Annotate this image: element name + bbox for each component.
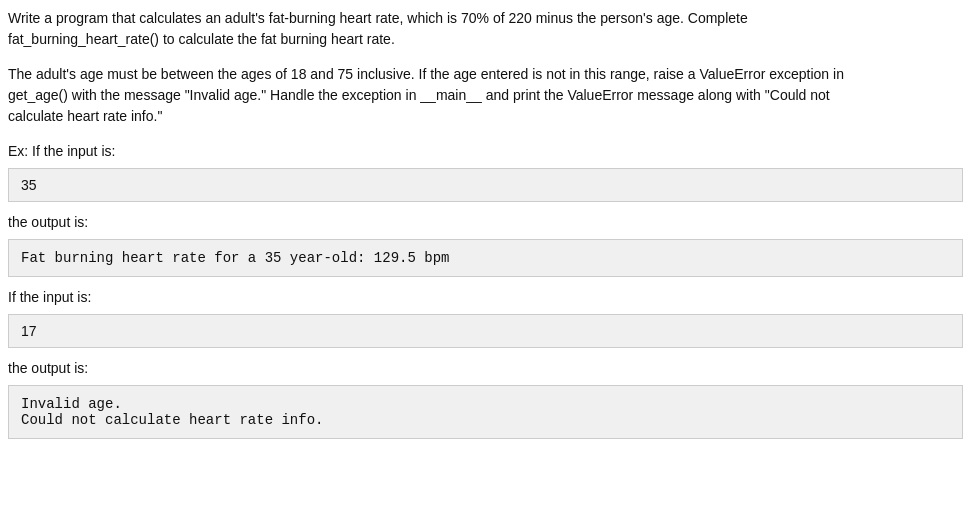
example2-section: If the input is: 17 the output is: Inval… xyxy=(8,287,963,439)
example1-section: Ex: If the input is: 35 the output is: F… xyxy=(8,141,963,277)
desc-line2: fat_burning_heart_rate() to calculate th… xyxy=(8,31,395,47)
example2-output-label: the output is: xyxy=(8,358,963,379)
desc-line5: calculate heart rate info." xyxy=(8,108,162,124)
desc-line3: The adult's age must be between the ages… xyxy=(8,66,844,82)
example2-output: Invalid age. Could not calculate heart r… xyxy=(8,385,963,439)
example2-intro-label: If the input is: xyxy=(8,287,963,308)
description-text2: The adult's age must be between the ages… xyxy=(8,64,963,127)
description-block: Write a program that calculates an adult… xyxy=(8,8,963,127)
desc-line1: Write a program that calculates an adult… xyxy=(8,10,748,26)
example2-input: 17 xyxy=(8,314,963,348)
example1-input: 35 xyxy=(8,168,963,202)
example1-output: Fat burning heart rate for a 35 year-old… xyxy=(8,239,963,277)
desc-line4: get_age() with the message "Invalid age.… xyxy=(8,87,830,103)
example1-output-label: the output is: xyxy=(8,212,963,233)
example1-intro-label: Ex: If the input is: xyxy=(8,141,963,162)
description-text: Write a program that calculates an adult… xyxy=(8,8,963,50)
